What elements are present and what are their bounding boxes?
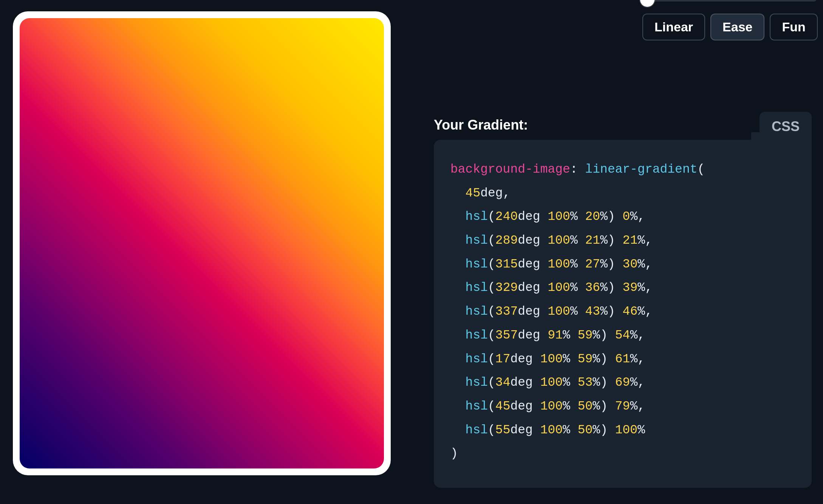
css-code-block[interactable]: background-image: linear-gradient( 45deg… (450, 158, 795, 466)
precision-slider[interactable] (642, 0, 816, 2)
output-label: Your Gradient: (434, 117, 528, 140)
slider-track (642, 0, 816, 2)
easing-linear-button[interactable]: Linear (642, 14, 705, 40)
easing-fun-button[interactable]: Fun (770, 14, 817, 40)
easing-button-group: Linear Ease Fun (642, 14, 818, 40)
gradient-preview (20, 18, 384, 468)
easing-ease-button[interactable]: Ease (710, 14, 764, 40)
output-section: Your Gradient: CSS background-image: lin… (434, 112, 812, 488)
gradient-preview-card (13, 11, 391, 475)
css-code-panel: background-image: linear-gradient( 45deg… (434, 140, 812, 488)
slider-thumb[interactable] (640, 0, 654, 7)
